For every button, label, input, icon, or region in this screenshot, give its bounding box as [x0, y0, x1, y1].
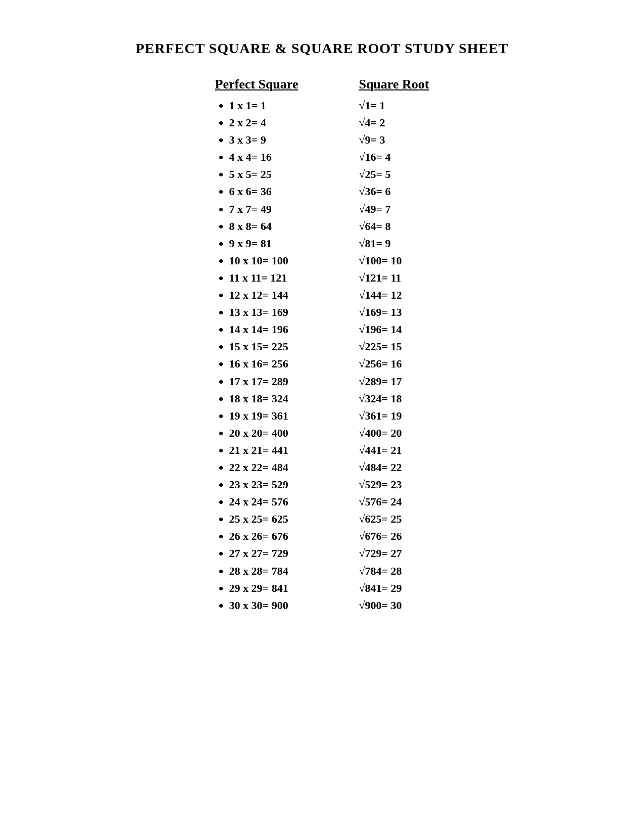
square-root-item: √361= 19: [359, 407, 402, 425]
square-root-item: √784= 28: [359, 563, 402, 580]
page-title: PERFECT SQUARE & SQUARE ROOT STUDY SHEET: [51, 40, 593, 57]
square-root-item: √64= 8: [359, 218, 402, 235]
perfect-square-item: 16 x 16= 256: [229, 355, 288, 373]
square-root-item: √441= 21: [359, 442, 402, 459]
perfect-square-item: 22 x 22= 484: [229, 459, 288, 476]
perfect-square-item: 23 x 23= 529: [229, 476, 288, 493]
perfect-square-item: 17 x 17= 289: [229, 373, 288, 390]
square-root-item: √36= 6: [359, 183, 402, 200]
square-root-item: √144= 12: [359, 287, 402, 304]
square-root-item: √529= 23: [359, 476, 402, 493]
square-root-item: √1= 1: [359, 97, 402, 114]
perfect-square-item: 7 x 7= 49: [229, 201, 288, 218]
perfect-square-item: 3 x 3= 9: [229, 131, 288, 149]
perfect-square-column: Perfect Square 1 x 1= 12 x 2= 43 x 3= 94…: [215, 77, 299, 614]
perfect-square-item: 25 x 25= 625: [229, 511, 288, 528]
perfect-square-list: 1 x 1= 12 x 2= 43 x 3= 94 x 4= 165 x 5= …: [215, 97, 288, 614]
perfect-square-item: 21 x 21= 441: [229, 442, 288, 459]
perfect-square-item: 13 x 13= 169: [229, 304, 288, 321]
square-root-item: √289= 17: [359, 373, 402, 390]
perfect-square-item: 15 x 15= 225: [229, 338, 288, 355]
square-root-item: √121= 11: [359, 269, 402, 287]
square-root-header: Square Root: [359, 77, 429, 92]
square-root-item: √900= 30: [359, 597, 402, 614]
square-root-item: √100= 10: [359, 252, 402, 269]
perfect-square-item: 9 x 9= 81: [229, 235, 288, 252]
perfect-square-item: 30 x 30= 900: [229, 597, 288, 614]
perfect-square-item: 12 x 12= 144: [229, 287, 288, 304]
perfect-square-item: 8 x 8= 64: [229, 218, 288, 235]
square-root-item: √225= 15: [359, 338, 402, 355]
perfect-square-item: 18 x 18= 324: [229, 390, 288, 407]
square-root-item: √49= 7: [359, 201, 402, 218]
perfect-square-item: 20 x 20= 400: [229, 425, 288, 442]
square-root-item: √4= 2: [359, 114, 402, 131]
square-root-item: √676= 26: [359, 528, 402, 545]
square-root-item: √256= 16: [359, 355, 402, 373]
square-root-item: √576= 24: [359, 493, 402, 511]
square-root-item: √324= 18: [359, 390, 402, 407]
perfect-square-item: 24 x 24= 576: [229, 493, 288, 511]
perfect-square-header: Perfect Square: [215, 77, 299, 92]
perfect-square-item: 14 x 14= 196: [229, 321, 288, 338]
perfect-square-item: 1 x 1= 1: [229, 97, 288, 114]
perfect-square-item: 11 x 11= 121: [229, 269, 288, 287]
perfect-square-item: 6 x 6= 36: [229, 183, 288, 200]
square-root-item: √9= 3: [359, 131, 402, 149]
square-root-item: √196= 14: [359, 321, 402, 338]
square-root-item: √16= 4: [359, 149, 402, 166]
square-root-item: √400= 20: [359, 425, 402, 442]
perfect-square-item: 4 x 4= 16: [229, 149, 288, 166]
perfect-square-item: 10 x 10= 100: [229, 252, 288, 269]
square-root-item: √625= 25: [359, 511, 402, 528]
perfect-square-item: 2 x 2= 4: [229, 114, 288, 131]
perfect-square-item: 29 x 29= 841: [229, 580, 288, 597]
square-root-item: √81= 9: [359, 235, 402, 252]
square-root-item: √25= 5: [359, 166, 402, 183]
perfect-square-item: 26 x 26= 676: [229, 528, 288, 545]
square-root-column: Square Root √1= 1√4= 2√9= 3√16= 4√25= 5√…: [359, 77, 429, 614]
perfect-square-item: 28 x 28= 784: [229, 563, 288, 580]
square-root-item: √729= 27: [359, 545, 402, 562]
square-root-item: √841= 29: [359, 580, 402, 597]
perfect-square-item: 19 x 19= 361: [229, 407, 288, 425]
square-root-item: √484= 22: [359, 459, 402, 476]
perfect-square-item: 5 x 5= 25: [229, 166, 288, 183]
square-root-list: √1= 1√4= 2√9= 3√16= 4√25= 5√36= 6√49= 7√…: [359, 97, 402, 614]
perfect-square-item: 27 x 27= 729: [229, 545, 288, 562]
square-root-item: √169= 13: [359, 304, 402, 321]
content-area: Perfect Square 1 x 1= 12 x 2= 43 x 3= 94…: [51, 77, 593, 614]
